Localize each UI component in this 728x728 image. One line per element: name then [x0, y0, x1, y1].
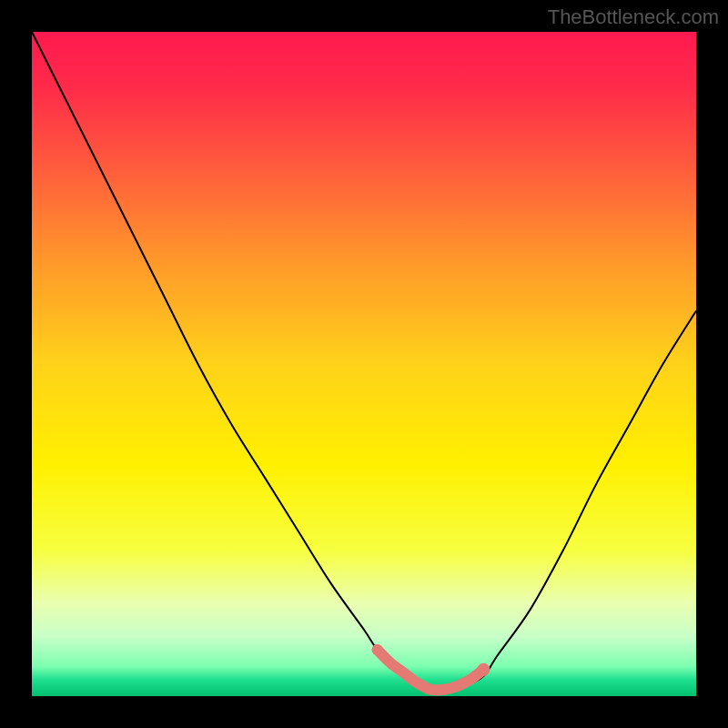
bottleneck-chart: [32, 32, 696, 696]
plot-area: [32, 32, 696, 696]
highlight-point: [477, 663, 490, 676]
watermark-text: TheBottleneck.com: [548, 5, 719, 29]
highlight-point: [372, 644, 383, 655]
gradient-background: [32, 32, 696, 696]
chart-frame: TheBottleneck.com: [0, 0, 728, 728]
